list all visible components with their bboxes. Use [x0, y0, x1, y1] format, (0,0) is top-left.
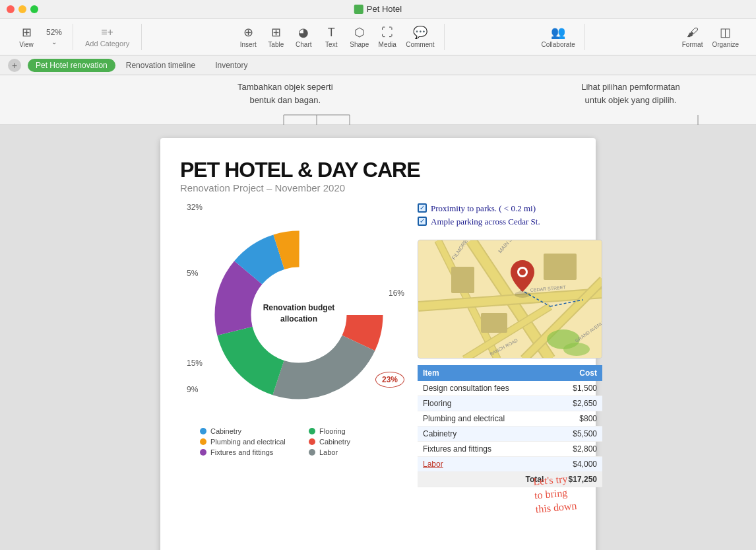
insert-label: Insert [240, 41, 257, 48]
format-icon: 🖌 [687, 26, 699, 40]
doc-title: PET HOTEL & DAY CARE [180, 158, 576, 182]
legend-label-flooring: Flooring [319, 427, 346, 435]
format-label: Format [682, 41, 703, 48]
view-label: View [19, 41, 34, 48]
close-button[interactable] [7, 5, 15, 13]
check-item-1: ✓ Proximity to parks. ( < 0.2 mi) [418, 203, 602, 215]
label-9: 9% [187, 385, 198, 394]
tab-inventory[interactable]: Inventory [206, 58, 257, 73]
table-row: Cabinetry $5,500 [418, 427, 602, 442]
svg-rect-18 [481, 313, 507, 333]
row-cost-3: $800 [549, 411, 602, 427]
zoom-label: 52% [46, 28, 62, 37]
format-button[interactable]: 🖌 Format [678, 23, 707, 51]
add-category-button[interactable]: ≡+ Add Category [79, 24, 136, 50]
chart-button[interactable]: ◕ Chart [290, 22, 317, 51]
traffic-lights [7, 5, 38, 13]
fullscreen-button[interactable] [30, 5, 38, 13]
tab-renovation-timeline[interactable]: Renovation timeline [117, 58, 205, 73]
total-label: Total [418, 472, 549, 487]
table-button[interactable]: ⊞ Table [263, 22, 289, 51]
collaborate-icon: 👥 [551, 25, 565, 40]
annotation-left-text: Tambahkan objek seperti bentuk dan bagan… [237, 82, 333, 105]
col-header-item: Item [418, 365, 549, 381]
document-area: PET HOTEL & DAY CARE Renovation Project … [0, 125, 756, 550]
label-5: 5% [187, 269, 198, 278]
table-row: Design consultation fees $1,500 [418, 381, 602, 396]
shape-button[interactable]: ⬡ Shape [346, 22, 373, 51]
checkbox-1[interactable]: ✓ [418, 203, 427, 213]
comment-button[interactable]: 💬 Comment [402, 22, 438, 51]
table-row: Flooring $2,650 [418, 396, 602, 411]
annotation-right-text: Lihat pilihan pemformatan untuk objek ya… [581, 82, 680, 105]
map-svg: FILMORE ST. MAIN STREET CEDAR STREET GRA… [418, 240, 602, 359]
row-item-1: Design consultation fees [418, 381, 549, 396]
organize-button[interactable]: ◫ Organize [708, 22, 743, 51]
window-title: Pet Hotel [354, 4, 402, 14]
row-cost-1: $1,500 [549, 381, 602, 396]
add-category-section: ≡+ Add Category [73, 24, 142, 50]
insert-button[interactable]: ⊕ Insert [235, 22, 261, 51]
legend-item-design: Cabinetry [200, 427, 296, 435]
label-32: 32% [187, 203, 203, 212]
format-section: 🖌 Format ◫ Organize [673, 24, 748, 50]
toolbar: ⊞ View 52% ⌄ ≡+ Add Category ⊕ Insert ⊞ … [0, 18, 756, 55]
budget-table: Item Cost Design consultation fees $1,50… [418, 365, 602, 487]
add-tab-button[interactable]: + [8, 59, 21, 72]
shape-icon: ⬡ [354, 25, 365, 40]
doc-icon [354, 5, 363, 14]
legend-item-flooring: Flooring [309, 427, 404, 435]
legend-item-cabinetry: Cabinetry Cabinetry [309, 438, 404, 446]
shape-label: Shape [350, 41, 369, 48]
row-item-5: Fixtures and fittings [418, 442, 549, 457]
map-container: FILMORE ST. MAIN STREET CEDAR STREET GRA… [418, 240, 602, 359]
chart-label: Chart [296, 41, 311, 48]
row-cost-5: $2,800 [549, 442, 602, 457]
text-button[interactable]: T Text [318, 23, 344, 51]
main-content: PET HOTEL & DAY CARE Renovation Project … [0, 125, 756, 550]
table-icon: ⊞ [271, 25, 281, 40]
legend-item-fixtures: Fixtures and fittings [200, 448, 296, 456]
chart-legend: Cabinetry Flooring Plumbing and electric… [180, 427, 404, 456]
chart-icon: ◕ [298, 25, 309, 40]
chart-section: 32% 16% 5% 15% 9% 23% [180, 203, 404, 487]
check-label-2: Ample parking across Cedar St. [431, 216, 540, 228]
media-button[interactable]: ⛶ Media [374, 23, 400, 51]
collaborate-button[interactable]: 👥 Collaborate [538, 22, 579, 51]
title-bar: Pet Hotel [0, 0, 756, 18]
minimize-button[interactable] [18, 5, 26, 13]
col-header-cost: Cost [549, 365, 602, 381]
tab-pet-hotel-renovation[interactable]: Pet Hotel renovation [28, 59, 115, 72]
checklist: ✓ Proximity to parks. ( < 0.2 mi) ✓ Ampl… [418, 203, 602, 229]
handwritten-text: Let's try to bring this down [533, 473, 578, 514]
comment-label: Comment [406, 41, 434, 48]
insert-icon: ⊕ [243, 25, 253, 40]
legend-label-cabinetry-text: Cabinetry [319, 438, 350, 446]
window-title-text: Pet Hotel [367, 4, 402, 14]
zoom-button[interactable]: 52% ⌄ [41, 25, 67, 48]
svg-point-23 [515, 291, 530, 298]
text-label: Text [325, 41, 337, 48]
svg-rect-19 [451, 267, 474, 293]
right-section: ✓ Proximity to parks. ( < 0.2 mi) ✓ Ampl… [418, 203, 602, 487]
legend-label-plumbing: Plumbing and electrical [210, 438, 286, 446]
row-item-4: Cabinetry [418, 427, 549, 442]
center-text-2: allocation [280, 314, 317, 324]
add-category-icon: ≡+ [101, 26, 113, 38]
organize-label: Organize [712, 41, 739, 48]
media-icon: ⛶ [381, 26, 393, 40]
checkmark-1: ✓ [420, 203, 425, 213]
row-item-3: Plumbing and electrical [418, 411, 549, 427]
organize-icon: ◫ [720, 25, 731, 40]
table-row: Plumbing and electrical $800 [418, 411, 602, 427]
checkbox-2[interactable]: ✓ [418, 217, 427, 226]
document-page: PET HOTEL & DAY CARE Renovation Project … [160, 138, 596, 550]
svg-point-25 [519, 269, 526, 275]
view-button[interactable]: ⊞ View [13, 22, 40, 51]
donut-chart-wrapper: 32% 16% 5% 15% 9% 23% [180, 203, 404, 427]
legend-label-labor: Labor [319, 448, 338, 456]
doc-subtitle: Renovation Project – November 2020 [180, 182, 576, 193]
view-section: ⊞ View 52% ⌄ [8, 24, 73, 50]
view-icon: ⊞ [22, 25, 32, 40]
legend-dot-labor [309, 449, 315, 456]
